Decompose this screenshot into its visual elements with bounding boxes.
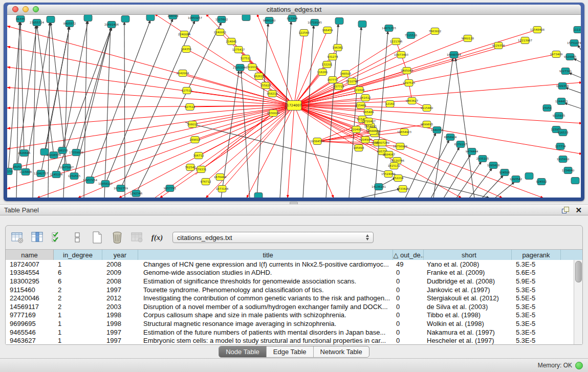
table-settings-icon[interactable]	[11, 231, 24, 244]
graph-node[interactable]: 12213987	[518, 37, 532, 44]
graph-edge[interactable]	[495, 182, 515, 198]
graph-node[interactable]: 1873144	[216, 186, 229, 192]
graph-node[interactable]: 2240084	[178, 31, 191, 38]
graph-node[interactable]: 15751074	[567, 40, 581, 47]
graph-edge[interactable]	[294, 105, 334, 198]
graph-node[interactable]: 196361	[333, 45, 343, 51]
graph-node[interactable]	[242, 15, 250, 21]
column-edit-icon[interactable]	[31, 231, 44, 244]
graph-node[interactable]: 12160	[385, 101, 395, 107]
graph-edge[interactable]	[431, 147, 460, 198]
graph-node[interactable]: 1973409	[550, 51, 563, 58]
graph-node[interactable]: 19654923	[397, 129, 411, 136]
graph-node[interactable]: 21053346	[233, 64, 247, 71]
graph-edge[interactable]	[469, 168, 492, 198]
graph-edge[interactable]	[569, 73, 581, 78]
function-builder-icon[interactable]: f(x)	[150, 231, 164, 244]
graph-node[interactable]: 165489	[363, 109, 374, 116]
graph-node[interactable]: 10653257	[188, 15, 202, 21]
graph-node[interactable]: 14671355	[382, 25, 396, 32]
graph-node[interactable]: 127734	[555, 143, 566, 150]
table-row[interactable]: 977716911998Corpus callosum shape and si…	[6, 311, 574, 320]
graph-node[interactable]: 1221396	[390, 38, 403, 45]
tab-network-table[interactable]: Network Table	[314, 346, 369, 357]
import-table-icon[interactable]	[130, 231, 144, 244]
graph-node[interactable]: 85051	[13, 164, 22, 170]
graph-node[interactable]: 252214	[393, 175, 404, 182]
tab-node-table[interactable]: Node Table	[219, 346, 267, 357]
graph-node[interactable]: 39159	[7, 168, 13, 175]
graph-node[interactable]: 116533	[558, 129, 569, 136]
graph-node[interactable]: 976712	[201, 179, 211, 185]
graph-edge[interactable]	[51, 22, 67, 167]
graph-node[interactable]: 208319	[168, 15, 179, 19]
close-panel-icon[interactable]: ✕	[575, 207, 582, 213]
table-row[interactable]: 1938455462009Genome-wide association stu…	[6, 269, 574, 277]
table-row[interactable]: 911546021997Tourette syndrome. Phenomeno…	[6, 286, 574, 294]
graph-node[interactable]: 20691406	[104, 21, 119, 28]
graph-node[interactable]: 1297515	[403, 80, 416, 86]
table-row[interactable]: 946554611997Estimation of the future num…	[6, 328, 574, 337]
graph-node[interactable]: 178331	[196, 166, 207, 173]
graph-node[interactable]: 220497	[351, 126, 362, 133]
table-row[interactable]: 969969511998Structural magnetic resonanc…	[6, 319, 574, 328]
select-columns-icon[interactable]	[51, 231, 64, 244]
graph-node[interactable]: 762542	[185, 164, 196, 171]
graph-node[interactable]: 1154840	[562, 167, 575, 174]
graph-node[interactable]	[358, 21, 366, 28]
graph-node[interactable]: 184351	[181, 46, 192, 53]
graph-node[interactable]: 122543	[299, 30, 310, 36]
graph-node[interactable]: 127518	[182, 87, 192, 94]
graph-node[interactable]: 308012	[187, 121, 198, 128]
rows-icon[interactable]	[71, 231, 84, 244]
tab-edge-table[interactable]: Edge Table	[267, 346, 314, 357]
graph-edge[interactable]	[7, 105, 294, 169]
graph-node[interactable]	[254, 193, 263, 198]
graph-node[interactable]: 1250515	[68, 173, 81, 180]
graph-edge[interactable]	[482, 175, 504, 198]
graph-node[interactable]: 2935105	[476, 156, 489, 162]
graph-node[interactable]: 6958924	[444, 134, 457, 141]
graph-node[interactable]: 1733426	[397, 186, 409, 192]
table-row[interactable]: 946362711997Embryonic stem cells: a mode…	[6, 336, 574, 344]
graph-node[interactable]: 167771	[328, 77, 338, 83]
graph-edge[interactable]	[84, 20, 87, 198]
graph-node[interactable]: 116261	[317, 69, 328, 76]
vertical-scrollbar[interactable]	[574, 260, 582, 344]
table-row[interactable]: 1830029562008Estimation of significance …	[6, 277, 574, 286]
graph-edge[interactable]	[7, 105, 294, 108]
graph-node[interactable]: 1527602	[215, 16, 228, 23]
graph-node[interactable]: 115469	[356, 102, 366, 109]
graph-node[interactable]: 1145194	[50, 171, 63, 178]
graph-node[interactable]: 924506	[499, 169, 510, 176]
graph-edge[interactable]	[7, 105, 294, 189]
graph-node[interactable]: 1093542	[510, 176, 522, 183]
column-header-name[interactable]: name	[6, 250, 54, 260]
graph-node[interactable]: 1915910	[557, 156, 570, 163]
zoom-window-icon[interactable]	[33, 6, 39, 12]
graph-node[interactable]: 1640354	[431, 127, 444, 134]
graph-edge[interactable]	[565, 87, 581, 94]
graph-edge[interactable]	[288, 105, 294, 198]
graph-edge[interactable]	[257, 23, 268, 198]
graph-edge[interactable]	[405, 133, 436, 198]
graph-node[interactable]: 11548408	[530, 27, 545, 33]
graph-node[interactable]: 9215935	[553, 113, 565, 119]
graph-node[interactable]	[84, 15, 92, 21]
graph-node[interactable]: 185493	[354, 145, 364, 151]
graph-node[interactable]: 306712	[193, 152, 204, 159]
graph-node[interactable]: 10958107	[98, 181, 113, 187]
delete-table-icon[interactable]	[111, 231, 124, 244]
graph-edge[interactable]	[349, 27, 361, 198]
graph-node[interactable]: 155827	[260, 82, 271, 89]
graph-node[interactable]: 9474444	[466, 148, 478, 155]
graph-edge[interactable]	[444, 154, 471, 198]
graph-node[interactable]: 132201	[322, 61, 333, 68]
network-canvas[interactable]: 8133523055724840557220691406208319106532…	[7, 15, 581, 198]
graph-edge[interactable]	[48, 22, 50, 198]
graph-node[interactable]: 19384554	[310, 138, 324, 145]
graph-node[interactable]: 15958	[542, 105, 552, 112]
new-table-icon[interactable]	[91, 231, 104, 244]
graph-node[interactable]: 148503	[340, 71, 351, 77]
graph-node[interactable]: 9857791	[164, 185, 177, 192]
